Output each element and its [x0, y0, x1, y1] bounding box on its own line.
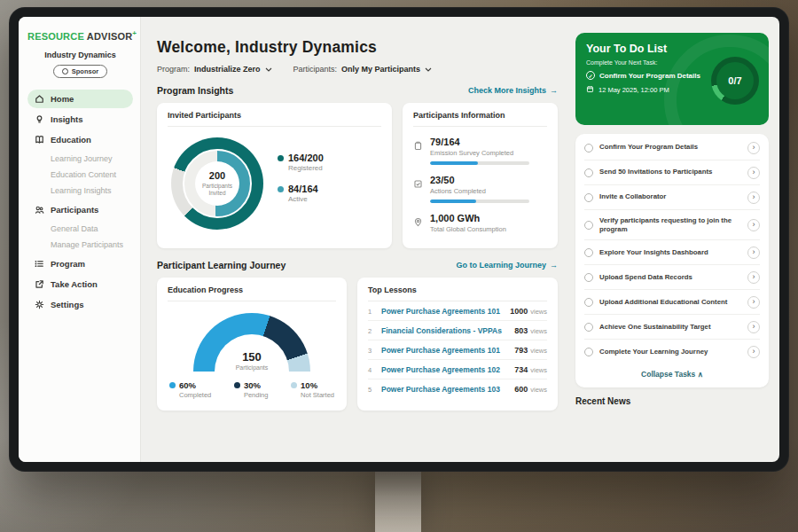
gauge-center-label: Participants — [236, 364, 269, 371]
donut-center-label: Participants Invited — [199, 183, 236, 197]
go-to-learning-journey-link[interactable]: Go to Learning Journey → — [456, 261, 558, 270]
task-checkbox[interactable] — [584, 298, 593, 307]
monitor-bezel: RESOURCE ADVISOR+ Industry Dynamics Spon… — [9, 7, 789, 472]
task-row[interactable]: Confirm Your Program Details › — [584, 136, 760, 160]
chevron-down-icon — [265, 65, 272, 74]
participants-filter-dropdown[interactable]: Participants: Only My Participants — [293, 65, 433, 74]
photo-backdrop: RESOURCE ADVISOR+ Industry Dynamics Spon… — [0, 0, 798, 532]
invited-donut-chart: 200 Participants Invited — [171, 137, 263, 230]
list-icon — [35, 259, 44, 269]
task-checkbox[interactable] — [584, 144, 593, 153]
task-checkbox[interactable] — [584, 273, 593, 282]
page-title: Welcome, Industry Dynamics — [157, 38, 558, 57]
sidebar-nav: Home Insights Education Learning Journey… — [27, 90, 133, 314]
clipboard-icon — [413, 138, 423, 148]
chevron-right-icon[interactable]: › — [747, 142, 760, 154]
location-pin-icon — [413, 215, 423, 224]
book-icon — [35, 135, 44, 145]
lesson-link[interactable]: Power Purchase Agreements 103 — [381, 385, 514, 394]
lesson-row: 3 Power Purchase Agreements 101 793 view… — [368, 340, 547, 360]
invited-legend-dot — [278, 155, 284, 161]
check-square-icon — [413, 176, 423, 186]
task-checkbox[interactable] — [584, 323, 593, 332]
home-icon — [35, 94, 44, 104]
task-checkbox[interactable] — [584, 221, 593, 230]
calendar-icon — [586, 85, 594, 95]
check-more-insights-link[interactable]: Check More Insights → — [468, 86, 558, 95]
education-gauge-chart: 150 Participants — [193, 313, 310, 372]
chevron-right-icon[interactable]: › — [747, 346, 760, 358]
sidebar-item-learning-journey[interactable]: Learning Journey — [27, 151, 133, 167]
task-row[interactable]: Send 50 Invitations to Participants › — [584, 160, 760, 185]
task-checkbox[interactable] — [584, 193, 593, 202]
chevron-right-icon[interactable]: › — [747, 192, 760, 204]
people-icon — [35, 205, 44, 215]
sidebar-item-participants[interactable]: Participants — [27, 200, 133, 219]
progress-fill — [430, 161, 478, 165]
todo-progress-ring: 0/7 — [711, 57, 759, 105]
chevron-right-icon[interactable]: › — [747, 321, 760, 333]
task-checkbox[interactable] — [584, 348, 593, 356]
progress-fill — [430, 200, 476, 203]
section-learning-journey: Participant Learning Journey — [157, 260, 286, 270]
sidebar-item-insights[interactable]: Insights — [27, 110, 133, 129]
lesson-row: 2 Financial Considerations - VPPAs 803 v… — [368, 321, 547, 340]
gear-icon — [35, 300, 44, 309]
chevron-right-icon[interactable]: › — [747, 167, 760, 179]
chevron-right-icon[interactable]: › — [747, 271, 760, 284]
next-task: ✓ Confirm Your Program Details — [586, 71, 703, 80]
logo-advisor: ADVISOR — [87, 31, 133, 42]
gauge-legend-dot — [169, 382, 176, 388]
sidebar-item-education-content[interactable]: Education Content — [27, 167, 133, 183]
monitor-stand — [375, 468, 421, 532]
todo-progress-count: 0/7 — [716, 62, 754, 99]
arrow-right-icon: → — [550, 86, 558, 95]
task-row[interactable]: Achieve One Sustainability Target › — [584, 315, 760, 340]
chevron-down-icon — [425, 65, 432, 74]
next-task-due: 12 May 2025, 12:00 PM — [586, 85, 758, 95]
sidebar-item-settings[interactable]: Settings — [27, 295, 133, 314]
lesson-link[interactable]: Power Purchase Agreements 101 — [381, 346, 514, 355]
chevron-right-icon[interactable]: › — [747, 296, 760, 309]
org-name: Industry Dynamics — [27, 51, 133, 59]
task-checkbox[interactable] — [584, 168, 593, 177]
task-row[interactable]: Upload Spend Data Records › — [584, 265, 760, 290]
lightbulb-icon — [35, 114, 44, 124]
lesson-row: 5 Power Purchase Agreements 103 600 view… — [368, 379, 547, 398]
main-content: Welcome, Industry Dynamics Program: Indu… — [141, 17, 570, 462]
sidebar-item-program[interactable]: Program — [27, 254, 133, 273]
lesson-link[interactable]: Power Purchase Agreements 102 — [381, 365, 514, 374]
sidebar-item-learning-insights[interactable]: Learning Insights — [27, 183, 133, 199]
sidebar-item-general-data[interactable]: General Data — [27, 221, 133, 237]
collapse-tasks-button[interactable]: Collapse Tasks ∧ — [584, 364, 760, 386]
lesson-row: 1 Power Purchase Agreements 101 1000 vie… — [368, 301, 547, 321]
task-row[interactable]: Complete Your Learning Journey › — [584, 340, 760, 364]
invited-participants-card: Invited Participants 200 Participants In… — [157, 103, 392, 248]
program-filter-dropdown[interactable]: Program: Industrialize Zero — [157, 65, 272, 74]
task-row[interactable]: Invite a Collaborator › — [584, 185, 760, 210]
task-checkbox[interactable] — [584, 248, 593, 257]
sponsor-badge: Sponsor — [53, 65, 107, 78]
gauge-legend-dot — [291, 382, 297, 388]
logo-plus: + — [132, 29, 137, 37]
chevron-right-icon[interactable]: › — [747, 246, 760, 259]
lesson-link[interactable]: Financial Considerations - VPPAs — [381, 326, 514, 335]
task-row[interactable]: Upload Additional Educational Content › — [584, 290, 760, 315]
top-lessons-card: Top Lessons 1 Power Purchase Agreements … — [357, 278, 558, 411]
task-row[interactable]: Explore Your Insights Dashboard › — [584, 240, 760, 265]
lesson-link[interactable]: Power Purchase Agreements 101 — [381, 307, 510, 316]
sidebar-item-take-action[interactable]: Take Action — [27, 275, 133, 293]
chevron-up-icon: ∧ — [698, 370, 703, 379]
todo-panel: Your To Do List Complete Your Next Task:… — [570, 17, 779, 462]
sidebar-item-manage-participants[interactable]: Manage Participants — [27, 237, 133, 253]
filters-row: Program: Industrialize Zero Participants… — [157, 65, 558, 74]
todo-summary-card: Your To Do List Complete Your Next Task:… — [575, 33, 769, 125]
sidebar-item-home[interactable]: Home — [27, 90, 133, 108]
donut-center-value: 200 — [209, 170, 225, 181]
sidebar: RESOURCE ADVISOR+ Industry Dynamics Spon… — [19, 17, 141, 462]
chevron-right-icon[interactable]: › — [747, 219, 760, 231]
sidebar-item-education[interactable]: Education — [27, 130, 133, 149]
task-row[interactable]: Verify participants requesting to join t… — [584, 210, 760, 240]
sponsor-icon — [62, 68, 68, 74]
tasks-list-card: Confirm Your Program Details › Send 50 I… — [575, 134, 769, 387]
